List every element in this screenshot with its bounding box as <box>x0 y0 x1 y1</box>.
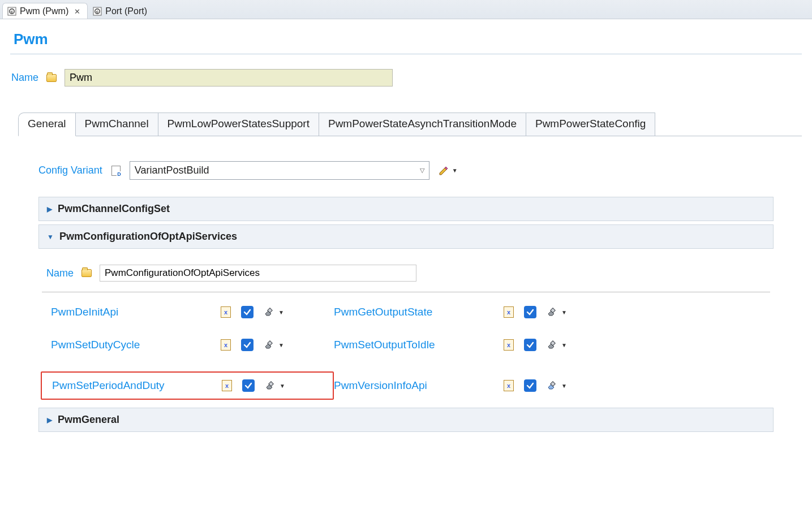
reset-button[interactable]: ▼ <box>264 340 284 350</box>
file-tab-label: Port (Port) <box>105 6 147 16</box>
optapi-name-input[interactable] <box>100 265 416 282</box>
reset-button[interactable]: ▼ <box>547 381 567 391</box>
expand-icon: ▶ <box>47 416 52 424</box>
schema-icon: x <box>504 306 514 318</box>
file-tab-pwm[interactable]: c Pwm (Pwm) ✕ <box>2 3 88 19</box>
option-label[interactable]: PwmSetOutputToIdle <box>334 339 504 351</box>
section-pwmconfigurationofoptapiservices[interactable]: ▼ PwmConfigurationOfOptApiServices <box>38 224 774 249</box>
reset-button[interactable]: ▼ <box>265 381 285 391</box>
chevron-down-icon: ▼ <box>278 309 284 315</box>
config-variant-label: Config Variant <box>38 165 102 176</box>
option-checkbox[interactable] <box>524 379 536 392</box>
section-pwmgeneral[interactable]: ▶ PwmGeneral <box>38 408 774 432</box>
collapse-icon: ▼ <box>47 233 54 241</box>
chevron-down-icon: ▼ <box>561 342 567 348</box>
chevron-down-icon: ▼ <box>278 342 284 348</box>
section-title: PwmGeneral <box>58 414 119 426</box>
edit-button[interactable]: ▼ <box>439 166 458 176</box>
schema-icon: x <box>222 380 232 391</box>
editor-pane: Pwm Name General PwmChannel PwmLowPowerS… <box>0 19 812 455</box>
schema-icon: x <box>504 339 514 351</box>
chevron-down-icon: ▼ <box>280 383 285 389</box>
chevron-down-icon: ▼ <box>452 167 458 174</box>
config-tabstrip: General PwmChannel PwmLowPowerStatesSupp… <box>18 113 802 136</box>
reset-button[interactable]: ▼ <box>547 340 567 350</box>
option-label[interactable]: PwmVersionInfoApi <box>334 379 504 392</box>
svg-text:c: c <box>11 9 14 14</box>
option-controls: x ▼ <box>504 339 617 351</box>
folder-icon <box>46 74 57 82</box>
option-checkbox[interactable] <box>242 379 255 392</box>
editor-file-tabstrip: c Pwm (Pwm) ✕ c Port (Port) <box>0 0 812 19</box>
page-title: Pwm <box>14 31 802 48</box>
section-title: PwmConfigurationOfOptApiServices <box>59 231 237 243</box>
schema-icon: x <box>504 380 514 391</box>
optapi-name-row: Name <box>42 261 770 292</box>
reset-button[interactable]: ▼ <box>264 307 284 317</box>
title-rule <box>10 54 802 54</box>
reset-button[interactable]: ▼ <box>547 307 567 317</box>
option-controls: x ▼ <box>504 306 617 318</box>
section-title: PwmChannelConfigSet <box>58 203 170 215</box>
option-checkbox[interactable] <box>241 306 254 318</box>
module-icon: c <box>7 7 16 16</box>
section-pwmchannelconfigset[interactable]: ▶ PwmChannelConfigSet <box>38 197 774 221</box>
chevron-down-icon: ▼ <box>561 309 567 315</box>
config-variant-row: Config Variant VariantPostBuild ▽ ▼ <box>38 161 774 180</box>
tab-pwmlowpowerstatessupport[interactable]: PwmLowPowerStatesSupport <box>158 113 319 136</box>
option-controls: x ▼ <box>504 379 617 392</box>
option-checkbox[interactable] <box>241 339 254 351</box>
tab-general-body: Config Variant VariantPostBuild ▽ ▼ ▶ Pw… <box>10 136 802 447</box>
chevron-down-icon: ▽ <box>420 167 424 174</box>
option-label[interactable]: PwmSetPeriodAndDuty <box>52 379 222 392</box>
option-controls: x ▼ <box>221 306 334 318</box>
name-label: Name <box>46 267 74 279</box>
tab-pwmpowerstateasynchtransitionmode[interactable]: PwmPowerStateAsynchTransitionMode <box>319 113 526 136</box>
option-checkbox[interactable] <box>524 339 536 351</box>
chevron-down-icon: ▼ <box>561 383 567 389</box>
svg-text:c: c <box>96 9 99 14</box>
schema-icon: x <box>221 339 231 351</box>
expand-icon: ▶ <box>47 205 52 213</box>
option-label[interactable]: PwmGetOutputState <box>334 306 504 318</box>
option-label[interactable]: PwmDeInitApi <box>51 306 221 318</box>
option-checkbox[interactable] <box>524 306 536 318</box>
close-icon[interactable]: ✕ <box>74 7 80 16</box>
option-controls: x ▼ <box>222 379 285 392</box>
tab-pwmpowerstateconfig[interactable]: PwmPowerStateConfig <box>526 113 655 136</box>
tab-pwmchannel[interactable]: PwmChannel <box>75 113 158 136</box>
document-icon <box>111 166 121 176</box>
file-tab-port[interactable]: c Port (Port) <box>88 3 154 19</box>
module-name-row: Name <box>11 69 802 87</box>
config-variant-value: VariantPostBuild <box>135 165 209 176</box>
section-optapi-body: Name PwmDeInitApi x ▼ PwmGetOutputState … <box>38 252 774 402</box>
option-highlighted: PwmSetPeriodAndDuty x ▼ <box>41 371 334 400</box>
name-label: Name <box>11 72 38 84</box>
schema-icon: x <box>221 306 231 318</box>
option-label[interactable]: PwmSetDutyCycle <box>51 339 221 351</box>
folder-icon <box>81 269 92 277</box>
option-controls: x ▼ <box>221 339 334 351</box>
config-variant-select[interactable]: VariantPostBuild ▽ <box>130 161 429 180</box>
module-icon: c <box>93 7 102 16</box>
tab-general[interactable]: General <box>18 113 76 136</box>
options-grid: PwmDeInitApi x ▼ PwmGetOutputState x ▼ P… <box>51 306 770 400</box>
file-tab-label: Pwm (Pwm) <box>20 6 68 16</box>
module-name-input[interactable] <box>65 69 393 87</box>
